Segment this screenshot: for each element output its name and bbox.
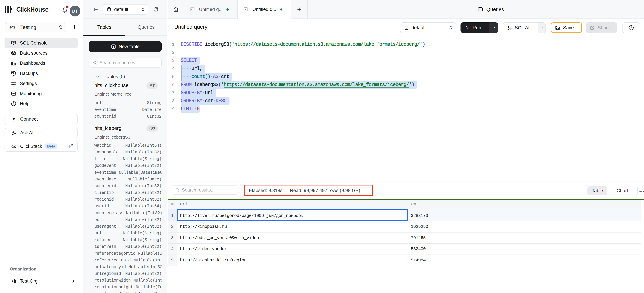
svg-text:aws: aws [10, 25, 15, 28]
